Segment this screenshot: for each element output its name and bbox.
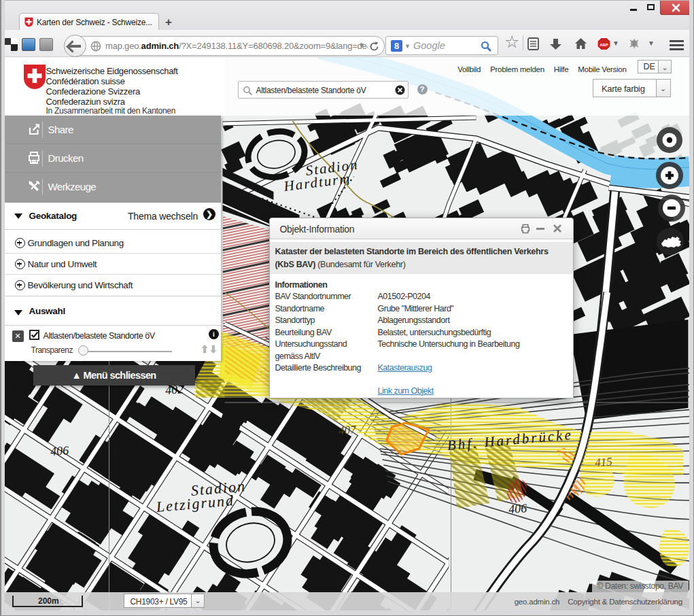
svg-text:200m: 200m	[38, 596, 59, 606]
svg-text:406: 406	[508, 501, 527, 516]
svg-text:ABP: ABP	[600, 43, 608, 47]
svg-text:407: 407	[338, 423, 357, 437]
svg-text:415: 415	[594, 455, 612, 469]
svg-text:406: 406	[50, 443, 69, 458]
